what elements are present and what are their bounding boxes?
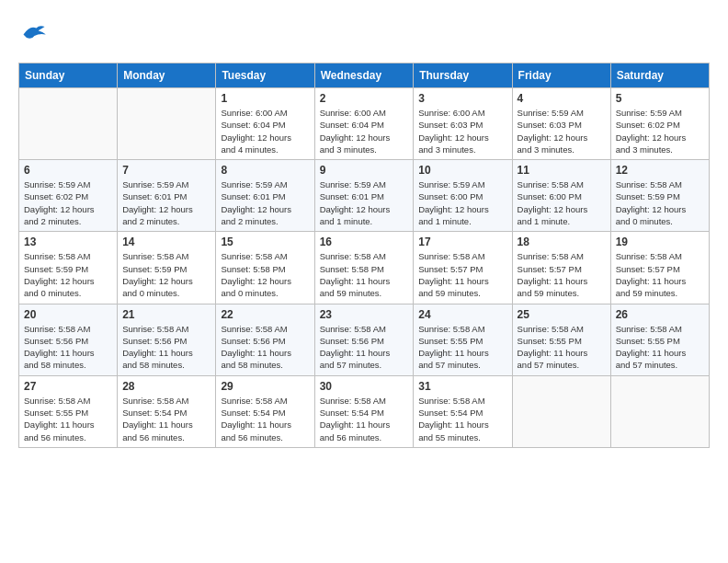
day-number: 15 xyxy=(221,236,309,248)
day-number: 26 xyxy=(616,308,704,321)
calendar-cell: 11Sunrise: 5:58 AM Sunset: 6:00 PM Dayli… xyxy=(512,160,610,232)
day-info: Sunrise: 5:58 AM Sunset: 5:57 PM Dayligh… xyxy=(418,250,506,299)
day-info: Sunrise: 5:58 AM Sunset: 5:58 PM Dayligh… xyxy=(320,250,409,299)
day-info: Sunrise: 5:59 AM Sunset: 6:00 PM Dayligh… xyxy=(418,178,506,227)
calendar-cell: 23Sunrise: 5:58 AM Sunset: 5:56 PM Dayli… xyxy=(314,304,414,375)
calendar-cell xyxy=(610,375,709,447)
day-number: 9 xyxy=(320,164,409,177)
calendar-cell: 21Sunrise: 5:58 AM Sunset: 5:56 PM Dayli… xyxy=(118,304,216,375)
day-number: 16 xyxy=(320,236,409,248)
calendar-cell: 19Sunrise: 5:58 AM Sunset: 5:57 PM Dayli… xyxy=(610,232,709,304)
calendar-cell: 3Sunrise: 6:00 AM Sunset: 6:03 PM Daylig… xyxy=(414,88,512,160)
calendar-cell: 27Sunrise: 5:58 AM Sunset: 5:55 PM Dayli… xyxy=(19,375,118,447)
calendar-cell xyxy=(19,88,118,160)
day-number: 31 xyxy=(418,380,506,393)
day-info: Sunrise: 5:58 AM Sunset: 5:55 PM Dayligh… xyxy=(616,323,704,372)
day-info: Sunrise: 5:58 AM Sunset: 5:55 PM Dayligh… xyxy=(518,323,606,372)
day-number: 17 xyxy=(418,236,506,248)
calendar-cell xyxy=(512,375,610,447)
weekday-header-saturday: Saturday xyxy=(610,63,709,88)
day-info: Sunrise: 5:58 AM Sunset: 5:59 PM Dayligh… xyxy=(122,250,210,299)
calendar-cell: 16Sunrise: 5:58 AM Sunset: 5:58 PM Dayli… xyxy=(314,232,414,304)
day-number: 24 xyxy=(418,308,506,321)
weekday-header-wednesday: Wednesday xyxy=(314,63,414,88)
day-number: 3 xyxy=(418,92,506,105)
day-info: Sunrise: 5:59 AM Sunset: 6:02 PM Dayligh… xyxy=(616,107,704,155)
calendar-cell: 5Sunrise: 5:59 AM Sunset: 6:02 PM Daylig… xyxy=(610,88,709,160)
day-info: Sunrise: 5:58 AM Sunset: 5:59 PM Dayligh… xyxy=(24,250,112,299)
day-number: 8 xyxy=(221,164,309,177)
calendar-cell: 26Sunrise: 5:58 AM Sunset: 5:55 PM Dayli… xyxy=(610,304,709,375)
day-info: Sunrise: 5:58 AM Sunset: 5:54 PM Dayligh… xyxy=(320,395,409,443)
day-info: Sunrise: 5:58 AM Sunset: 5:57 PM Dayligh… xyxy=(518,250,606,299)
calendar-cell: 10Sunrise: 5:59 AM Sunset: 6:00 PM Dayli… xyxy=(414,160,512,232)
day-info: Sunrise: 6:00 AM Sunset: 6:04 PM Dayligh… xyxy=(221,107,309,155)
weekday-header-sunday: Sunday xyxy=(19,63,118,88)
calendar-cell: 30Sunrise: 5:58 AM Sunset: 5:54 PM Dayli… xyxy=(314,375,414,447)
calendar-cell: 15Sunrise: 5:58 AM Sunset: 5:58 PM Dayli… xyxy=(216,232,314,304)
calendar-cell: 12Sunrise: 5:58 AM Sunset: 5:59 PM Dayli… xyxy=(610,160,709,232)
day-info: Sunrise: 5:58 AM Sunset: 5:56 PM Dayligh… xyxy=(320,323,409,372)
page-header xyxy=(18,18,710,48)
day-number: 22 xyxy=(221,308,309,321)
calendar-week-row: 13Sunrise: 5:58 AM Sunset: 5:59 PM Dayli… xyxy=(19,232,710,304)
day-info: Sunrise: 5:58 AM Sunset: 5:54 PM Dayligh… xyxy=(418,395,506,443)
calendar-cell: 4Sunrise: 5:59 AM Sunset: 6:03 PM Daylig… xyxy=(512,88,610,160)
day-number: 4 xyxy=(518,92,606,105)
day-number: 10 xyxy=(418,164,506,177)
day-number: 18 xyxy=(518,236,606,248)
logo xyxy=(18,18,46,48)
day-info: Sunrise: 5:59 AM Sunset: 6:01 PM Dayligh… xyxy=(122,178,210,227)
calendar-cell: 22Sunrise: 5:58 AM Sunset: 5:56 PM Dayli… xyxy=(216,304,314,375)
calendar-cell: 1Sunrise: 6:00 AM Sunset: 6:04 PM Daylig… xyxy=(216,88,314,160)
day-info: Sunrise: 5:58 AM Sunset: 5:55 PM Dayligh… xyxy=(24,395,112,443)
calendar-cell: 20Sunrise: 5:58 AM Sunset: 5:56 PM Dayli… xyxy=(19,304,118,375)
day-number: 1 xyxy=(221,92,309,105)
calendar-cell: 24Sunrise: 5:58 AM Sunset: 5:55 PM Dayli… xyxy=(414,304,512,375)
calendar-cell: 2Sunrise: 6:00 AM Sunset: 6:04 PM Daylig… xyxy=(314,88,414,160)
calendar-cell: 17Sunrise: 5:58 AM Sunset: 5:57 PM Dayli… xyxy=(414,232,512,304)
day-number: 25 xyxy=(518,308,606,321)
day-number: 11 xyxy=(518,164,606,177)
day-number: 27 xyxy=(24,380,112,393)
day-number: 28 xyxy=(122,380,210,393)
calendar-week-row: 1Sunrise: 6:00 AM Sunset: 6:04 PM Daylig… xyxy=(19,88,710,160)
day-info: Sunrise: 5:58 AM Sunset: 5:59 PM Dayligh… xyxy=(616,178,704,227)
day-number: 2 xyxy=(320,92,409,105)
calendar-cell: 18Sunrise: 5:58 AM Sunset: 5:57 PM Dayli… xyxy=(512,232,610,304)
day-number: 12 xyxy=(616,164,704,177)
day-info: Sunrise: 5:59 AM Sunset: 6:02 PM Dayligh… xyxy=(24,178,112,227)
day-info: Sunrise: 5:58 AM Sunset: 6:00 PM Dayligh… xyxy=(518,178,606,227)
day-info: Sunrise: 5:58 AM Sunset: 5:56 PM Dayligh… xyxy=(122,323,210,372)
day-number: 20 xyxy=(24,308,112,321)
day-info: Sunrise: 5:58 AM Sunset: 5:55 PM Dayligh… xyxy=(418,323,506,372)
day-info: Sunrise: 5:58 AM Sunset: 5:56 PM Dayligh… xyxy=(24,323,112,372)
calendar-cell: 8Sunrise: 5:59 AM Sunset: 6:01 PM Daylig… xyxy=(216,160,314,232)
calendar-cell: 9Sunrise: 5:59 AM Sunset: 6:01 PM Daylig… xyxy=(314,160,414,232)
calendar-header-row: SundayMondayTuesdayWednesdayThursdayFrid… xyxy=(19,63,710,88)
day-info: Sunrise: 5:59 AM Sunset: 6:01 PM Dayligh… xyxy=(221,178,309,227)
weekday-header-tuesday: Tuesday xyxy=(216,63,314,88)
day-info: Sunrise: 6:00 AM Sunset: 6:03 PM Dayligh… xyxy=(418,107,506,155)
calendar-cell: 13Sunrise: 5:58 AM Sunset: 5:59 PM Dayli… xyxy=(19,232,118,304)
calendar-week-row: 27Sunrise: 5:58 AM Sunset: 5:55 PM Dayli… xyxy=(19,375,710,447)
day-info: Sunrise: 5:59 AM Sunset: 6:03 PM Dayligh… xyxy=(518,107,606,155)
weekday-header-monday: Monday xyxy=(118,63,216,88)
weekday-header-friday: Friday xyxy=(512,63,610,88)
day-number: 21 xyxy=(122,308,210,321)
day-info: Sunrise: 5:58 AM Sunset: 5:54 PM Dayligh… xyxy=(221,395,309,443)
day-number: 5 xyxy=(616,92,704,105)
calendar-cell: 25Sunrise: 5:58 AM Sunset: 5:55 PM Dayli… xyxy=(512,304,610,375)
calendar-cell: 28Sunrise: 5:58 AM Sunset: 5:54 PM Dayli… xyxy=(118,375,216,447)
calendar-cell: 29Sunrise: 5:58 AM Sunset: 5:54 PM Dayli… xyxy=(216,375,314,447)
calendar-cell: 6Sunrise: 5:59 AM Sunset: 6:02 PM Daylig… xyxy=(19,160,118,232)
calendar-cell: 31Sunrise: 5:58 AM Sunset: 5:54 PM Dayli… xyxy=(414,375,512,447)
weekday-header-thursday: Thursday xyxy=(414,63,512,88)
calendar-week-row: 20Sunrise: 5:58 AM Sunset: 5:56 PM Dayli… xyxy=(19,304,710,375)
day-info: Sunrise: 5:58 AM Sunset: 5:56 PM Dayligh… xyxy=(221,323,309,372)
day-number: 14 xyxy=(122,236,210,248)
day-number: 23 xyxy=(320,308,409,321)
logo-bird-icon xyxy=(20,18,46,44)
calendar-cell: 14Sunrise: 5:58 AM Sunset: 5:59 PM Dayli… xyxy=(118,232,216,304)
day-number: 7 xyxy=(122,164,210,177)
